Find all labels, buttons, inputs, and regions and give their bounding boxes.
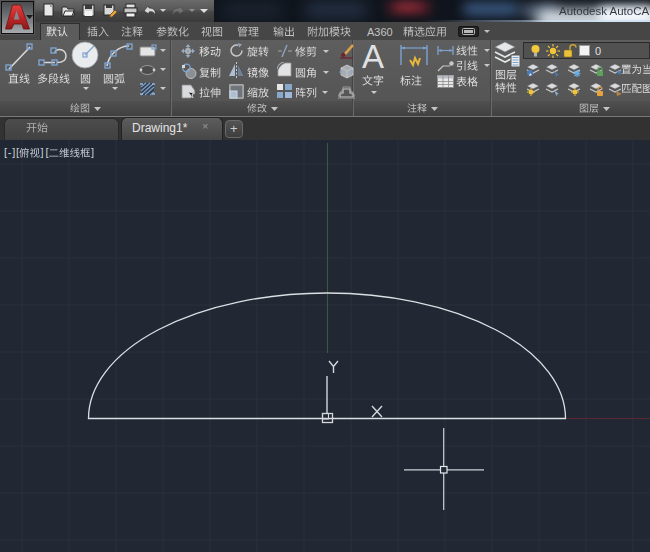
svg-text:]: ] bbox=[91, 146, 94, 158]
svg-text:][: ][ bbox=[41, 146, 49, 158]
svg-text:[-][: [-][ bbox=[4, 146, 19, 158]
